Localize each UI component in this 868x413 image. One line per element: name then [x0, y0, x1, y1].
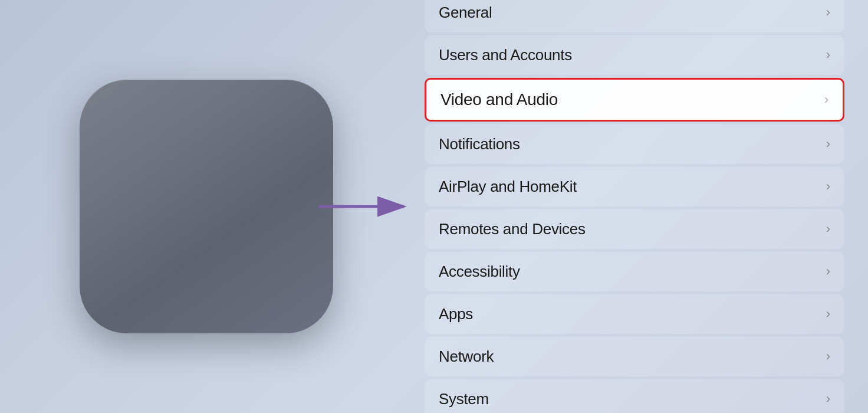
chevron-icon-notifications: ›: [826, 136, 830, 152]
menu-item-users-and-accounts[interactable]: Users and Accounts›: [425, 35, 844, 75]
menu-item-label-network: Network: [439, 348, 494, 366]
menu-item-label-users-and-accounts: Users and Accounts: [439, 46, 572, 64]
left-panel: [0, 0, 413, 413]
menu-item-label-remotes-and-devices: Remotes and Devices: [439, 220, 586, 238]
menu-item-remotes-and-devices[interactable]: Remotes and Devices›: [425, 209, 844, 249]
settings-menu: General›Users and Accounts›Video and Aud…: [413, 0, 868, 413]
menu-item-label-system: System: [439, 390, 489, 408]
chevron-icon-apps: ›: [826, 306, 830, 322]
chevron-icon-users-and-accounts: ›: [826, 47, 830, 63]
chevron-icon-airplay-and-homekit: ›: [826, 179, 830, 194]
chevron-icon-system: ›: [826, 391, 830, 407]
menu-item-network[interactable]: Network›: [425, 337, 844, 376]
arrow-container: [318, 192, 413, 221]
menu-item-system[interactable]: System›: [425, 379, 844, 414]
menu-item-label-notifications: Notifications: [439, 135, 520, 153]
chevron-icon-accessibility: ›: [826, 264, 830, 279]
chevron-icon-network: ›: [826, 349, 830, 364]
menu-item-label-video-and-audio: Video and Audio: [440, 90, 558, 109]
menu-item-apps[interactable]: Apps›: [425, 294, 844, 334]
pointer-arrow-icon: [318, 192, 413, 221]
apple-tv-device: [80, 80, 333, 333]
menu-item-label-airplay-and-homekit: AirPlay and HomeKit: [439, 178, 577, 196]
menu-item-airplay-and-homekit[interactable]: AirPlay and HomeKit›: [425, 167, 844, 206]
menu-item-label-apps: Apps: [439, 305, 473, 323]
menu-item-label-general: General: [439, 4, 492, 22]
menu-item-general[interactable]: General›: [425, 0, 844, 32]
menu-item-label-accessibility: Accessibility: [439, 263, 520, 281]
menu-item-notifications[interactable]: Notifications›: [425, 124, 844, 164]
chevron-icon-remotes-and-devices: ›: [826, 221, 830, 237]
menu-item-video-and-audio[interactable]: Video and Audio›: [425, 78, 844, 122]
chevron-icon-general: ›: [826, 5, 830, 20]
chevron-icon-video-and-audio: ›: [824, 92, 828, 107]
menu-item-accessibility[interactable]: Accessibility›: [425, 252, 844, 291]
